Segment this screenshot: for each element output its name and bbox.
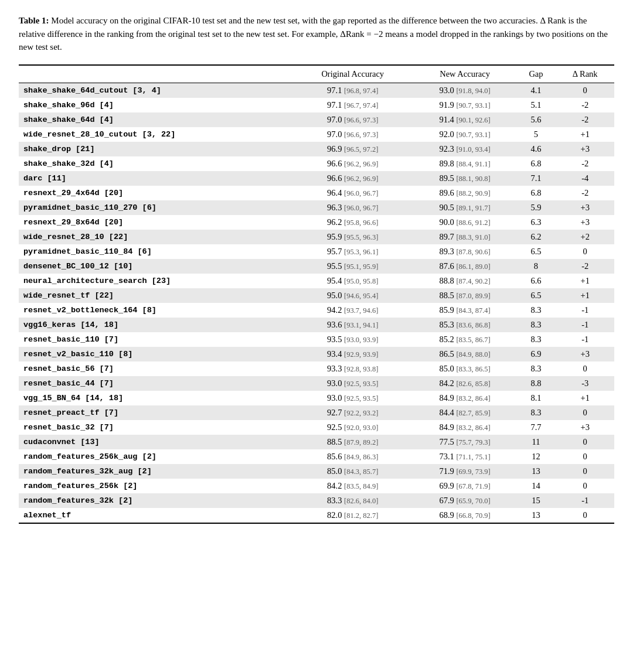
cell-orig-acc: 97.1 [96.7, 97.4] [292,98,414,112]
cell-orig-acc: 93.3 [92.8, 93.8] [292,361,414,376]
table-row: shake_shake_64d_cutout [3, 4] 97.1 [96.8… [19,83,614,98]
cell-model: wide_resnet_tf [22] [19,288,292,303]
results-table: Original Accuracy New Accuracy Gap Δ Ran… [19,64,614,524]
table-row: random_features_256k [2] 84.2 [83.5, 84.… [19,479,614,493]
cell-gap: 12 [516,449,556,464]
table-row: resnet_basic_32 [7] 92.5 [92.0, 93.0] 84… [19,420,614,435]
cell-model: resnet_v2_basic_110 [8] [19,347,292,361]
cell-orig-acc: 95.0 [94.6, 95.4] [292,288,414,303]
cell-delta-rank: -1 [556,318,614,332]
cell-model: random_features_256k [2] [19,479,292,493]
table-row: resnet_basic_110 [7] 93.5 [93.0, 93.9] 8… [19,332,614,347]
cell-gap: 6.6 [516,274,556,288]
cell-orig-acc: 95.5 [95.1, 95.9] [292,259,414,274]
cell-gap: 6.2 [516,230,556,244]
table-row: shake_drop [21] 96.9 [96.5, 97.2] 92.3 [… [19,142,614,156]
cell-orig-acc: 95.7 [95.3, 96.1] [292,244,414,259]
table-row: wide_resnet_28_10 [22] 95.9 [95.5, 96.3]… [19,230,614,244]
table-row: random_features_256k_aug [2] 85.6 [84.9,… [19,449,614,464]
col-header-model [19,65,292,83]
cell-new-acc: 88.5 [87.0, 89.9] [414,288,516,303]
cell-delta-rank: 0 [556,405,614,420]
table-row: shake_shake_64d [4] 97.0 [96.6, 97.3] 91… [19,112,614,127]
table-row: random_features_32k_aug [2] 85.0 [84.3, … [19,464,614,479]
cell-new-acc: 90.0 [88.6, 91.2] [414,215,516,230]
cell-delta-rank: 0 [556,83,614,98]
cell-delta-rank: +3 [556,347,614,361]
table-row: resnet_basic_56 [7] 93.3 [92.8, 93.8] 85… [19,361,614,376]
cell-delta-rank: -2 [556,156,614,171]
cell-delta-rank: 0 [556,464,614,479]
cell-delta-rank: 0 [556,244,614,259]
cell-delta-rank: +3 [556,142,614,156]
cell-model: resnet_basic_44 [7] [19,376,292,391]
cell-delta-rank: +1 [556,391,614,405]
cell-delta-rank: 0 [556,508,614,523]
cell-delta-rank: +3 [556,420,614,435]
table-row: neural_architecture_search [23] 95.4 [95… [19,274,614,288]
cell-model: pyramidnet_basic_110_270 [6] [19,200,292,215]
cell-new-acc: 86.5 [84.9, 88.0] [414,347,516,361]
cell-model: resnet_v2_bottleneck_164 [8] [19,303,292,318]
cell-orig-acc: 88.5 [87.9, 89.2] [292,435,414,449]
cell-new-acc: 73.1 [71.1, 75.1] [414,449,516,464]
cell-delta-rank: +1 [556,288,614,303]
cell-model: alexnet_tf [19,508,292,523]
cell-model: shake_shake_96d [4] [19,98,292,112]
cell-model: resnet_basic_56 [7] [19,361,292,376]
cell-gap: 15 [516,493,556,508]
cell-gap: 8.3 [516,405,556,420]
cell-orig-acc: 94.2 [93.7, 94.6] [292,303,414,318]
cell-delta-rank: +1 [556,127,614,142]
cell-new-acc: 71.9 [69.9, 73.9] [414,464,516,479]
cell-delta-rank: +1 [556,274,614,288]
cell-gap: 6.8 [516,186,556,200]
table-row: resnext_29_4x64d [20] 96.4 [96.0, 96.7] … [19,186,614,200]
cell-new-acc: 89.5 [88.1, 90.8] [414,171,516,186]
table-row: shake_shake_96d [4] 97.1 [96.7, 97.4] 91… [19,98,614,112]
cell-orig-acc: 93.6 [93.1, 94.1] [292,318,414,332]
cell-model: random_features_256k_aug [2] [19,449,292,464]
cell-model: resnet_preact_tf [7] [19,405,292,420]
cell-delta-rank: 0 [556,449,614,464]
table-row: pyramidnet_basic_110_270 [6] 96.3 [96.0,… [19,200,614,215]
table-row: pyramidnet_basic_110_84 [6] 95.7 [95.3, … [19,244,614,259]
cell-gap: 7.1 [516,171,556,186]
table-row: cudaconvnet [13] 88.5 [87.9, 89.2] 77.5 … [19,435,614,449]
cell-gap: 8.3 [516,318,556,332]
cell-new-acc: 68.9 [66.8, 70.9] [414,508,516,523]
cell-gap: 8.1 [516,391,556,405]
cell-gap: 5 [516,127,556,142]
cell-orig-acc: 93.5 [93.0, 93.9] [292,332,414,347]
cell-model: shake_drop [21] [19,142,292,156]
cell-delta-rank: -4 [556,171,614,186]
cell-delta-rank: -1 [556,303,614,318]
cell-gap: 5.1 [516,98,556,112]
cell-model: vgg16_keras [14, 18] [19,318,292,332]
cell-new-acc: 92.0 [90.7, 93.1] [414,127,516,142]
cell-orig-acc: 97.1 [96.8, 97.4] [292,83,414,98]
cell-delta-rank: -1 [556,332,614,347]
cell-orig-acc: 92.5 [92.0, 93.0] [292,420,414,435]
cell-gap: 11 [516,435,556,449]
cell-model: resnet_basic_32 [7] [19,420,292,435]
cell-orig-acc: 85.6 [84.9, 86.3] [292,449,414,464]
cell-gap: 6.3 [516,215,556,230]
cell-delta-rank: 0 [556,479,614,493]
cell-model: darc [11] [19,171,292,186]
cell-orig-acc: 96.3 [96.0, 96.7] [292,200,414,215]
table-row: resnet_v2_basic_110 [8] 93.4 [92.9, 93.9… [19,347,614,361]
cell-new-acc: 84.2 [82.6, 85.8] [414,376,516,391]
cell-new-acc: 91.4 [90.1, 92.6] [414,112,516,127]
cell-new-acc: 90.5 [89.1, 91.7] [414,200,516,215]
cell-gap: 6.5 [516,244,556,259]
cell-new-acc: 85.3 [83.6, 86.8] [414,318,516,332]
cell-orig-acc: 96.6 [96.2, 96.9] [292,171,414,186]
col-header-gap: Gap [516,65,556,83]
table-row: resnet_v2_bottleneck_164 [8] 94.2 [93.7,… [19,303,614,318]
cell-new-acc: 84.9 [83.2, 86.4] [414,420,516,435]
cell-new-acc: 87.6 [86.1, 89.0] [414,259,516,274]
cell-orig-acc: 96.4 [96.0, 96.7] [292,186,414,200]
cell-gap: 4.6 [516,142,556,156]
cell-orig-acc: 96.6 [96.2, 96.9] [292,156,414,171]
